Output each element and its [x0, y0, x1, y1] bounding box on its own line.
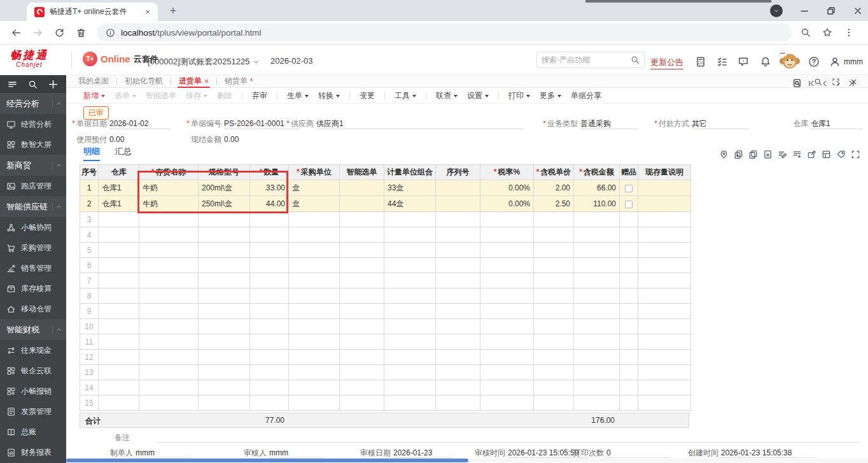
notification-bell-icon[interactable] — [760, 56, 771, 68]
export-icon[interactable] — [807, 150, 816, 159]
empty-cell[interactable] — [199, 227, 250, 243]
location-icon[interactable] — [719, 150, 729, 159]
empty-cell[interactable] — [620, 365, 638, 380]
empty-cell[interactable] — [199, 288, 250, 304]
empty-cell[interactable] — [534, 288, 574, 304]
toolbar-button[interactable]: 删除 — [217, 90, 232, 101]
copy-icon[interactable] — [748, 150, 758, 159]
caret-up-icon[interactable] — [55, 162, 62, 169]
empty-cell[interactable] — [384, 334, 436, 350]
batch-edit-icon[interactable] — [778, 150, 787, 159]
cell-smart[interactable] — [340, 180, 384, 196]
product-search-box[interactable] — [536, 52, 645, 68]
user-icon[interactable] — [829, 56, 841, 68]
empty-cell[interactable] — [289, 334, 340, 350]
empty-cell[interactable] — [139, 212, 199, 227]
toolbar-button[interactable]: 打印 — [508, 90, 530, 101]
empty-cell[interactable] — [340, 334, 384, 350]
sidebar-item[interactable]: 银企云联 — [0, 360, 66, 381]
workspace-tab[interactable]: 初始化导航 — [125, 75, 163, 88]
empty-cell[interactable] — [574, 380, 620, 395]
sidebar-item[interactable]: 移动仓管 — [0, 299, 66, 319]
task-list-icon[interactable] — [717, 56, 728, 68]
empty-cell[interactable] — [620, 288, 638, 304]
sidebar-item[interactable]: 销售管理 — [0, 258, 66, 278]
scrollbar-thumb[interactable] — [66, 459, 468, 462]
empty-cell[interactable] — [620, 258, 638, 273]
cell-serial[interactable] — [436, 180, 480, 196]
layout-icon[interactable] — [822, 150, 831, 159]
empty-cell[interactable] — [139, 334, 199, 350]
empty-cell[interactable] — [289, 273, 340, 288]
empty-cell[interactable] — [340, 319, 384, 334]
empty-cell[interactable] — [436, 334, 480, 350]
workspace-tab[interactable]: 销货单* — [225, 75, 253, 88]
empty-cell[interactable] — [199, 304, 250, 319]
update-announcement-link[interactable]: 更新公告 — [650, 57, 683, 69]
empty-cell[interactable] — [139, 395, 199, 411]
empty-cell[interactable] — [250, 243, 289, 258]
empty-cell[interactable] — [620, 212, 638, 227]
cell-amount[interactable]: 110.00 — [574, 196, 620, 212]
empty-cell[interactable] — [638, 212, 691, 227]
empty-cell[interactable] — [289, 304, 340, 319]
cell-unit_combo[interactable]: 44盒 — [384, 196, 436, 212]
empty-cell[interactable] — [534, 227, 574, 243]
toolbar-button[interactable]: 智能选单 — [146, 90, 176, 101]
empty-cell[interactable] — [289, 319, 340, 334]
empty-cell[interactable] — [289, 350, 340, 365]
empty-cell[interactable] — [384, 243, 436, 258]
tab-close-icon[interactable]: × — [143, 7, 153, 17]
empty-cell[interactable] — [99, 258, 139, 273]
empty-cell[interactable] — [289, 395, 340, 411]
empty-cell[interactable] — [534, 334, 574, 350]
empty-cell[interactable] — [199, 273, 250, 288]
info-icon[interactable] — [106, 28, 115, 38]
empty-cell[interactable] — [250, 227, 289, 243]
nav-last-icon[interactable] — [848, 80, 855, 87]
toolbar-button[interactable]: 保存 — [186, 90, 207, 101]
empty-cell[interactable] — [289, 365, 340, 380]
empty-cell[interactable] — [289, 227, 340, 243]
empty-cell[interactable] — [638, 304, 691, 319]
empty-cell[interactable] — [480, 304, 534, 319]
delete-row-icon[interactable] — [763, 150, 773, 159]
cell-warehouse[interactable]: 仓库1 — [99, 196, 139, 212]
field-value[interactable]: 其它 — [692, 118, 749, 129]
empty-cell[interactable] — [250, 365, 289, 380]
help-icon[interactable] — [808, 56, 820, 68]
empty-cell[interactable] — [139, 288, 199, 304]
cell-price[interactable]: 2.00 — [534, 180, 574, 196]
remark-input[interactable] — [156, 442, 860, 443]
empty-cell[interactable] — [620, 243, 638, 258]
empty-cell[interactable] — [480, 212, 534, 227]
cell-item[interactable]: 牛奶 — [139, 196, 199, 212]
empty-cell[interactable] — [638, 243, 691, 258]
empty-cell[interactable] — [340, 227, 384, 243]
sidebar-group-header[interactable]: 新商贸 — [0, 155, 66, 176]
empty-cell[interactable] — [289, 380, 340, 395]
empty-cell[interactable] — [620, 334, 638, 350]
tag-icon[interactable] — [836, 150, 846, 159]
menu-icon[interactable] — [8, 80, 17, 89]
toolbar-button[interactable]: 联查 — [436, 90, 458, 101]
empty-cell[interactable] — [289, 288, 340, 304]
empty-cell[interactable] — [99, 334, 139, 350]
insert-row-icon[interactable] — [792, 150, 802, 159]
empty-cell[interactable] — [480, 227, 534, 243]
sidebar-item[interactable]: 往来现金 — [0, 340, 66, 360]
empty-cell[interactable] — [574, 212, 620, 227]
empty-cell[interactable] — [139, 350, 199, 365]
cell-unit[interactable]: 盒 — [289, 180, 340, 196]
empty-cell[interactable] — [384, 212, 436, 227]
empty-cell[interactable] — [99, 319, 139, 334]
empty-cell[interactable] — [436, 243, 480, 258]
sidebar-item[interactable]: 小畅协同 — [0, 217, 66, 238]
close-tab-icon[interactable]: × — [204, 77, 209, 86]
empty-cell[interactable] — [139, 319, 199, 334]
cell-stock_note[interactable] — [638, 196, 691, 212]
avatar[interactable] — [777, 50, 801, 70]
empty-cell[interactable] — [99, 227, 139, 243]
empty-cell[interactable] — [574, 395, 620, 411]
cell-spec[interactable]: 250ml\盒 — [199, 196, 250, 212]
